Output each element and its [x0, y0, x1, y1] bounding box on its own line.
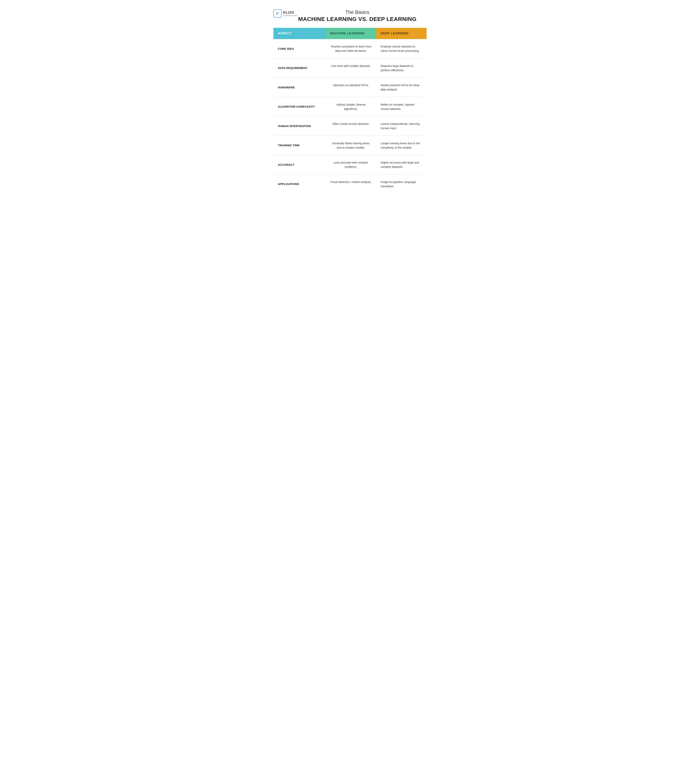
table-body: CORE IDEATeaches computers to learn from… — [273, 39, 427, 194]
table-row: ACCURACYLess accurate with complex probl… — [273, 155, 427, 175]
table-row: HUMAN INTERVENTIONOften needs human dire… — [273, 116, 427, 136]
table-row: DATA REQUIREMENTCan work with smaller da… — [273, 58, 427, 78]
cell-ml-7: Fraud detection, market analysis. — [326, 175, 376, 194]
subtitle: The Basics — [298, 9, 417, 15]
cell-dl-6: Higher accuracy with large and complex d… — [376, 155, 427, 174]
cell-ml-1: Can work with smaller datasets. — [326, 58, 376, 78]
cell-ml-3: Utilizes simpler, diverse algorithms. — [326, 97, 376, 116]
cell-dl-3: Relies on complex, layered neural networ… — [376, 97, 427, 116]
table-row: ALGORITHM COMPLEXITYUtilizes simpler, di… — [273, 97, 427, 116]
cell-dl-4: Learns independently, reducing human inp… — [376, 116, 427, 136]
cell-aspect-3: ALGORITHM COMPLEXITY — [273, 97, 326, 116]
cell-aspect-5: TRAINING TIME — [273, 136, 326, 155]
logo-icon: K — [273, 9, 282, 18]
cell-aspect-0: CORE IDEA — [273, 39, 326, 58]
table-row: APPLICATIONSFraud detection, market anal… — [273, 175, 427, 194]
cell-ml-6: Less accurate with complex problems. — [326, 155, 376, 174]
main-title: MACHINE LEARNING VS. DEEP LEARNING — [298, 16, 417, 22]
cell-dl-2: Needs powerful GPUs for deep data analys… — [376, 78, 427, 97]
table-row: TRAINING TIMEGenerally faster training t… — [273, 136, 427, 155]
cell-dl-0: Employs neural networks to mimic human b… — [376, 39, 427, 58]
header-dl: DEEP LEARNING — [376, 28, 427, 39]
header: K KLIZO solutions pvt. ltd. The Basics M… — [273, 9, 427, 22]
cell-ml-5: Generally faster training times due to s… — [326, 136, 376, 155]
page-wrapper: K KLIZO solutions pvt. ltd. The Basics M… — [266, 4, 434, 203]
cell-aspect-1: DATA REQUIREMENT — [273, 58, 326, 78]
cell-ml-2: Operates on standard CPUs. — [326, 78, 376, 97]
cell-ml-4: Often needs human direction. — [326, 116, 376, 136]
logo-area: K KLIZO solutions pvt. ltd. — [273, 9, 298, 18]
title-area: The Basics MACHINE LEARNING VS. DEEP LEA… — [298, 9, 427, 22]
cell-dl-7: Image recognition, language translation. — [376, 175, 427, 194]
cell-ml-0: Teaches computers to learn from data and… — [326, 39, 376, 58]
cell-aspect-4: HUMAN INTERVENTION — [273, 116, 326, 136]
logo-brand: KLIZO — [283, 11, 298, 15]
logo-sub: solutions pvt. ltd. — [283, 15, 298, 17]
table-row: CORE IDEATeaches computers to learn from… — [273, 39, 427, 58]
cell-aspect-2: HARDWARE — [273, 78, 326, 97]
logo-text: KLIZO solutions pvt. ltd. — [283, 11, 298, 17]
cell-aspect-7: APPLICATIONS — [273, 175, 326, 194]
table-header: ASPECT MACHINE LEARNING DEEP LEARNING — [273, 28, 427, 39]
cell-dl-5: Longer training times due to the complex… — [376, 136, 427, 155]
cell-aspect-6: ACCURACY — [273, 155, 326, 174]
logo-symbol: K — [276, 12, 279, 15]
header-ml: MACHINE LEARNING — [326, 28, 376, 39]
cell-dl-1: Requires large datasets to perform effec… — [376, 58, 427, 78]
header-aspect: ASPECT — [273, 28, 326, 39]
table-row: HARDWAREOperates on standard CPUs.Needs … — [273, 78, 427, 97]
